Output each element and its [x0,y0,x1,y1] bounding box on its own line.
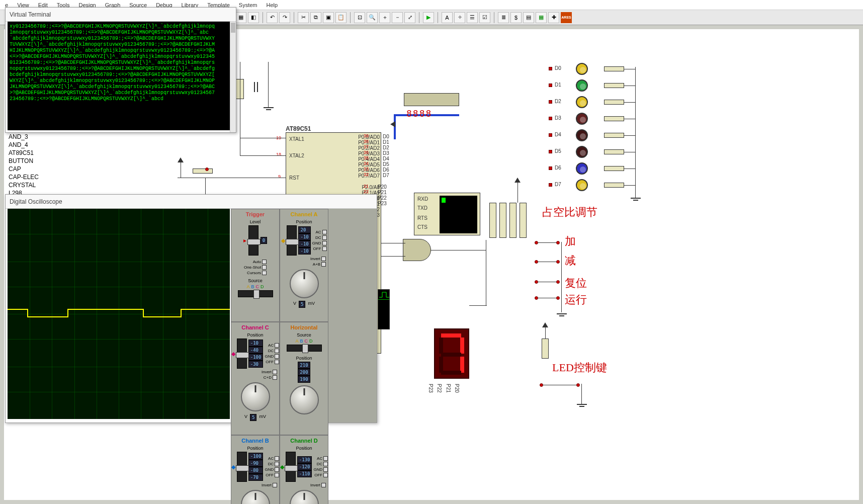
seven-segment-display[interactable] [434,328,469,379]
window-title[interactable]: Digital Oscilloscope [6,195,377,209]
menu-help[interactable]: Help [267,2,278,8]
ch-b-gnd[interactable] [275,467,279,472]
ch-b-position-slider[interactable] [237,452,247,482]
tb-block-icon[interactable]: ▣ [323,12,334,23]
resistor-pack[interactable] [520,203,527,238]
ch-c-position-slider[interactable] [237,339,247,369]
resistor-pack[interactable] [489,203,496,238]
tb-text-icon[interactable]: A [442,12,453,23]
part-item[interactable]: AND_4 [7,141,88,149]
menu-system[interactable]: System [239,2,257,8]
horiz-source-slider[interactable] [287,345,322,352]
led-d2[interactable]: D2 [549,96,639,108]
resistor-pack[interactable] [509,203,516,238]
ch-d-gnd[interactable] [323,467,328,472]
led-d3[interactable]: D3 [549,113,639,125]
trigger-level-slider[interactable] [248,225,258,256]
tb-copy-icon[interactable]: ⧉ [310,12,321,23]
ch-a-position-slider[interactable] [287,225,297,256]
parts-list[interactable]: AND_3 AND_4 AT89C51 BUTTON CAP CAP-ELEC … [7,133,88,197]
ch-c-gnd[interactable] [275,354,279,359]
part-item[interactable]: CRYSTAL [7,181,88,189]
button-led-ctrl[interactable] [540,381,580,388]
led-d1[interactable]: D1 [549,79,639,92]
tb-new-icon[interactable]: ✚ [548,12,559,23]
led-d6[interactable]: D6 [549,162,639,175]
ch-b-invert[interactable] [273,483,277,487]
ch-c-off[interactable] [275,360,279,364]
ch-c-gain-knob[interactable] [241,382,270,411]
auto-checkbox[interactable] [262,260,267,264]
cursors-checkbox[interactable] [262,271,267,275]
resistor[interactable] [542,339,549,359]
tb-wand-icon[interactable]: ✧ [454,12,465,23]
ch-a-off[interactable] [322,246,327,251]
ch-d-gain-knob[interactable] [290,490,319,504]
and-gate[interactable] [403,239,431,261]
tb-pan-icon[interactable]: ⤢ [404,12,415,23]
tb-list-icon[interactable]: ☰ [467,12,478,23]
resistor[interactable] [193,169,213,174]
timebase-knob[interactable] [290,385,319,414]
tb-zoom-icon[interactable]: 🔍 [367,12,378,23]
trigger-source-slider[interactable] [238,290,273,297]
part-item[interactable]: AND_3 [7,133,88,141]
ch-a-gain-knob[interactable] [290,269,319,298]
ch-b-dc[interactable] [275,462,279,466]
oscilloscope-screen[interactable] [8,209,230,419]
digitizer-strip[interactable] [378,289,390,329]
tb-undo-icon[interactable]: ↶ [267,12,278,23]
ch-cd[interactable] [273,375,277,380]
ch-ab[interactable] [321,262,326,267]
tb-grid-icon[interactable]: ▦ [235,12,246,23]
tb-zoomfit-icon[interactable]: ⊡ [354,12,365,23]
part-item[interactable]: CAP [7,165,88,173]
ch-d-position-slider[interactable] [286,452,296,482]
tb-layer-icon[interactable]: ◧ [248,12,259,23]
ch-a-dc[interactable] [322,235,327,240]
virtual-terminal-window[interactable]: Virtual Terminal xy0123456789:;<=>?@ABCD… [5,7,236,133]
tb-check-icon[interactable]: ☑ [479,12,490,23]
button-run[interactable] [535,294,560,301]
ch-c-ac[interactable] [275,343,279,348]
ch-b-ac[interactable] [275,456,279,461]
ares-button[interactable]: ARES [561,12,572,23]
tb-netlist-icon[interactable]: ≣ [498,12,509,23]
window-title[interactable]: Virtual Terminal [6,8,236,22]
ch-d-dc[interactable] [323,462,328,466]
ch-c-dc[interactable] [275,349,279,353]
tb-report-icon[interactable]: ▤ [523,12,534,23]
tb-redo-icon[interactable]: ↷ [279,12,290,23]
led-d4[interactable]: D4 [549,129,639,141]
ch-c-invert[interactable] [273,370,277,374]
tb-paste-icon[interactable]: 📋 [335,12,347,23]
tb-bom-icon[interactable]: $ [510,12,522,23]
part-item[interactable]: CAP-ELEC [7,173,88,181]
ch-b-gain-knob[interactable] [241,490,270,504]
tb-run-icon[interactable]: ▶ [423,12,434,23]
tb-zoomin-icon[interactable]: ＋ [379,12,390,23]
tb-cut-icon[interactable]: ✂ [298,12,309,23]
ch-d-ac[interactable] [323,456,328,461]
part-item[interactable]: BUTTON [7,157,88,165]
led-d5[interactable]: D5 [549,146,639,158]
led-d0[interactable]: D0 [549,63,639,75]
tb-excel-icon[interactable]: ▦ [536,12,547,23]
oscilloscope-window[interactable]: Digital Oscilloscope Trigger Level ▸ 0 A… [5,194,377,423]
ch-d-invert[interactable] [321,483,326,487]
oneshot-checkbox[interactable] [262,265,267,270]
button-plus[interactable] [535,239,560,246]
tb-zoomout-icon[interactable]: － [392,12,403,23]
button-reset[interactable] [535,278,560,285]
part-item[interactable]: AT89C51 [7,149,88,157]
scrollbar[interactable] [230,22,236,132]
led-d7[interactable]: D7 [549,179,639,191]
resistor-pack[interactable] [499,203,506,238]
ch-a-gnd[interactable] [322,241,327,245]
ch-a-invert[interactable] [321,257,326,261]
button-minus[interactable] [535,258,560,265]
virtual-terminal-component[interactable]: RXD TXD RTS CTS [414,193,480,235]
display-module-top[interactable] [404,93,459,106]
ch-b-off[interactable] [275,473,279,477]
ch-a-ac[interactable] [322,230,327,234]
